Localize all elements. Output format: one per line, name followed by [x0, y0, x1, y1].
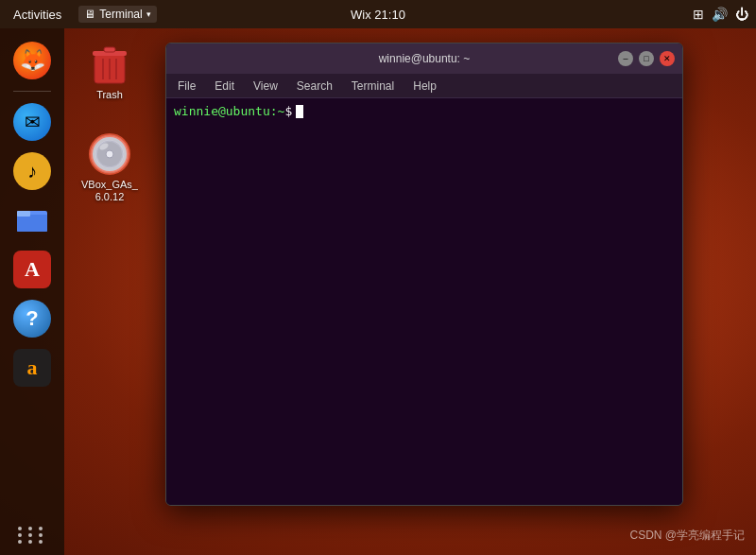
- apps-dot: [39, 540, 43, 544]
- amazon-icon: a: [13, 349, 51, 387]
- svg-rect-1: [17, 215, 47, 232]
- help-icon: ?: [13, 300, 51, 338]
- prompt-path: ~: [278, 104, 285, 118]
- topbar-right: ⊞ 🔊 ⏻: [693, 7, 748, 22]
- desktop-icon-vbox[interactable]: VBox_GAs_6.0.12: [76, 128, 144, 207]
- apps-dot: [39, 533, 43, 537]
- terminal-content[interactable]: winnie@ubuntu:~$: [166, 98, 682, 505]
- dock-item-thunderbird[interactable]: ✉: [4, 99, 60, 145]
- apps-dot: [28, 540, 32, 544]
- prompt-user: winnie@ubuntu:: [174, 104, 278, 118]
- desktop-icon-trash[interactable]: Trash: [76, 38, 144, 105]
- dock-divider-1: [13, 91, 51, 92]
- terminal-menubar: File Edit View Search Terminal Help: [166, 74, 682, 98]
- dock-item-appstore[interactable]: A: [4, 247, 60, 292]
- svg-rect-9: [104, 47, 115, 52]
- svg-point-15: [106, 150, 113, 158]
- files-icon: [13, 201, 51, 239]
- maximize-button[interactable]: □: [639, 51, 654, 66]
- apps-dot: [18, 533, 22, 537]
- dock-item-amazon[interactable]: a: [4, 345, 60, 390]
- topbar: Activities 🖥 Terminal ▾ Wix 21:10 ⊞ 🔊 ⏻: [0, 0, 756, 28]
- menu-search[interactable]: Search: [293, 78, 336, 95]
- watermark: CSDN @学亮编程手记: [629, 528, 745, 544]
- menu-terminal[interactable]: Terminal: [348, 78, 398, 95]
- trash-svg: [90, 42, 129, 87]
- terminal-window: winnie@ubuntu: ~ – □ ✕ File Edit View Se…: [165, 43, 683, 506]
- terminal-taskbar-button[interactable]: 🖥 Terminal ▾: [78, 6, 156, 23]
- apps-dot: [28, 527, 32, 530]
- close-button[interactable]: ✕: [660, 51, 675, 66]
- trash-label: Trash: [96, 89, 123, 101]
- terminal-taskbar-icon: 🖥: [84, 8, 95, 21]
- apps-dot: [18, 527, 22, 530]
- apps-dot: [28, 533, 32, 537]
- network-icon[interactable]: ⊞: [693, 7, 704, 22]
- rhythmbox-icon: ♪: [13, 152, 51, 190]
- volume-icon[interactable]: 🔊: [712, 7, 728, 22]
- dock-item-firefox[interactable]: [4, 38, 60, 83]
- thunderbird-icon: ✉: [13, 103, 51, 141]
- dock-item-files[interactable]: [4, 198, 60, 243]
- terminal-taskbar-label: Terminal: [99, 8, 142, 21]
- menu-edit[interactable]: Edit: [211, 78, 238, 95]
- activities-button[interactable]: Activities: [8, 6, 67, 24]
- dock-item-help[interactable]: ?: [4, 296, 60, 341]
- firefox-icon: [13, 42, 51, 79]
- vbox-icon: [87, 131, 132, 177]
- vbox-label: VBox_GAs_6.0.12: [81, 179, 138, 203]
- power-icon[interactable]: ⏻: [735, 7, 748, 22]
- svg-rect-2: [17, 211, 30, 217]
- terminal-cursor: [296, 105, 303, 118]
- terminal-title: winnie@ubuntu: ~: [379, 52, 471, 65]
- desktop: Activities 🖥 Terminal ▾ Wix 21:10 ⊞ 🔊 ⏻ …: [0, 0, 756, 555]
- minimize-button[interactable]: –: [618, 51, 633, 66]
- prompt-symbol: $: [284, 104, 292, 118]
- topbar-left: Activities 🖥 Terminal ▾: [8, 6, 157, 24]
- terminal-taskbar-arrow: ▾: [146, 9, 151, 19]
- topbar-clock: Wix 21:10: [351, 8, 405, 22]
- desktop-icons: Trash VBox_GAs_6.0.12: [76, 38, 144, 208]
- apps-grid-button[interactable]: [18, 519, 46, 544]
- apps-dot: [39, 527, 43, 530]
- terminal-prompt-line: winnie@ubuntu:~$: [174, 104, 675, 118]
- trash-icon: [87, 42, 132, 87]
- dock-item-rhythmbox[interactable]: ♪: [4, 148, 60, 194]
- appstore-icon: A: [13, 251, 51, 288]
- dock: ✉ ♪ A: [0, 28, 64, 555]
- disc-svg: [89, 133, 130, 175]
- terminal-titlebar: winnie@ubuntu: ~ – □ ✕: [166, 43, 682, 74]
- menu-file[interactable]: File: [174, 78, 199, 95]
- apps-dot: [18, 540, 22, 544]
- terminal-controls: – □ ✕: [618, 51, 675, 66]
- menu-view[interactable]: View: [249, 78, 282, 95]
- menu-help[interactable]: Help: [409, 78, 440, 95]
